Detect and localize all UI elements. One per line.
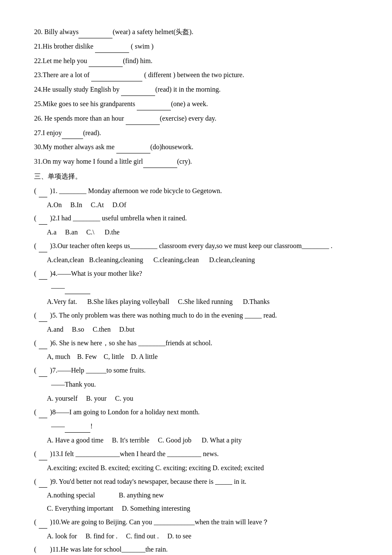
q7-bracket — [39, 364, 47, 377]
q3-bracket — [39, 240, 47, 252]
q22: 22.Let me help you (find) him. — [34, 55, 358, 67]
q27-text: 27.I enjoy (read). — [34, 129, 101, 136]
q27: 27.I enjoy (read). — [34, 127, 358, 139]
q9-bracket — [39, 475, 47, 488]
q23: 23.There are a lot of ( different ) betw… — [34, 69, 358, 81]
mc-q7-options: A. yourself B. your C. you — [47, 393, 358, 405]
mc-q5: ( )5. The only problem was there was not… — [34, 309, 358, 322]
mc-q1-options: A.On B.In C.At D.Of — [47, 199, 358, 211]
q13a-bracket — [39, 448, 47, 460]
mc-q10: ( )10.We are going to Beijing. Can you _… — [34, 516, 358, 529]
mc-q7-sub: ——Thank you. — [51, 379, 358, 391]
q22-blank — [89, 55, 123, 67]
q31: 31.On my way home I found a little girl … — [34, 155, 358, 168]
mc-q9-options-b: C. Everything important D. Something int… — [47, 503, 358, 515]
q24-text: 24.He usually study English by (read) it… — [34, 86, 221, 93]
q20: 20. Billy always (wear) a safety helmet(… — [34, 26, 358, 38]
q21-blank — [95, 40, 129, 53]
q27-blank — [62, 127, 83, 139]
q25-text: 25.Mike goes to see his grandparents (on… — [34, 100, 208, 107]
mc-q8: ( )8——I am going to London for a holiday… — [34, 406, 358, 419]
q24: 24.He usually study English by (read) it… — [34, 83, 358, 96]
q25-blank — [137, 98, 171, 110]
mc-q4-sub: —— — [51, 281, 358, 294]
mc-q11: ( )11.He was late for school_______the r… — [34, 543, 358, 555]
mc-q13a: ( )13.I felt _____________when I heard t… — [34, 448, 358, 460]
main-content: 20. Billy always (wear) a safety helmet(… — [34, 26, 358, 555]
q21-text: 21.His brother dislike ( swim ) — [34, 43, 153, 50]
mc-q5-options: A.and B.so C.then D.but — [47, 324, 358, 336]
mc-q9-options-a: A.nothing special B. anything new — [47, 489, 358, 502]
q31-text: 31.On my way home I found a little girl … — [34, 158, 192, 165]
q30: 30.My mother always ask me (do)housework… — [34, 141, 358, 153]
q30-text: 30.My mother always ask me (do)housework… — [34, 143, 193, 150]
q2-bracket — [39, 212, 47, 225]
q6-bracket — [39, 337, 47, 350]
q5-bracket — [39, 309, 47, 322]
mc-q6-options: A, much B. Few C, little D. A little — [47, 351, 358, 363]
mc-q4: ( )4.——What is your mother like? — [34, 267, 358, 280]
q23-blank — [91, 69, 142, 81]
q10-bracket — [39, 516, 47, 529]
q26-text: 26. He spends more than an hour (exercis… — [34, 115, 216, 122]
q20-text: 20. Billy always (wear) a safety helmet(… — [34, 28, 193, 35]
mc-q8-sub: —— ! — [51, 420, 358, 433]
mc-q2-options: A.a B.an C.\ D.the — [47, 226, 358, 239]
q11-bracket — [39, 543, 47, 555]
q26-blank — [126, 112, 160, 125]
q30-blank — [116, 141, 150, 153]
q26: 26. He spends more than an hour (exercis… — [34, 112, 358, 125]
mc-q4-options: A.Very fat. B.She likes playing volleyba… — [47, 296, 358, 308]
mc-q6: ( )6. She is new here，so she has _______… — [34, 337, 358, 350]
section-title: 三、单项选择。 — [34, 171, 358, 183]
mc-q13a-options: A.exciting; excited B. excited; exciting… — [47, 462, 358, 474]
mc-q10-options: A. look for B. find for . C. find out . … — [47, 530, 358, 543]
q8-bracket — [39, 406, 47, 419]
mc-q3-options: A.clean,clean B.cleaning,cleaning C.clea… — [47, 254, 358, 266]
q24-blank — [121, 83, 155, 96]
mc-q7: ( )7.——Help ______to some fruits. — [34, 364, 358, 377]
q25: 25.Mike goes to see his grandparents (on… — [34, 98, 358, 110]
q1-bracket — [39, 185, 47, 197]
mc-q3: ( )3.Our teacher often keeps us________ … — [34, 240, 358, 252]
mc-q2: ( )2.I had ________ useful umbrella when… — [34, 212, 358, 225]
mc-q1: ( )1. ________ Monday afternoon we rode … — [34, 185, 358, 197]
q20-blank — [78, 26, 112, 38]
mc-q8-options: A. Have a good time B. It's terrible C. … — [47, 434, 358, 447]
mc-q9: ( )9. You'd better not read today's news… — [34, 475, 358, 488]
q31-blank — [143, 155, 177, 168]
q21: 21.His brother dislike ( swim ) — [34, 40, 358, 53]
q23-text: 23.There are a lot of ( different ) betw… — [34, 71, 244, 78]
q22-text: 22.Let me help you (find) him. — [34, 57, 153, 64]
q4-bracket — [39, 267, 47, 280]
